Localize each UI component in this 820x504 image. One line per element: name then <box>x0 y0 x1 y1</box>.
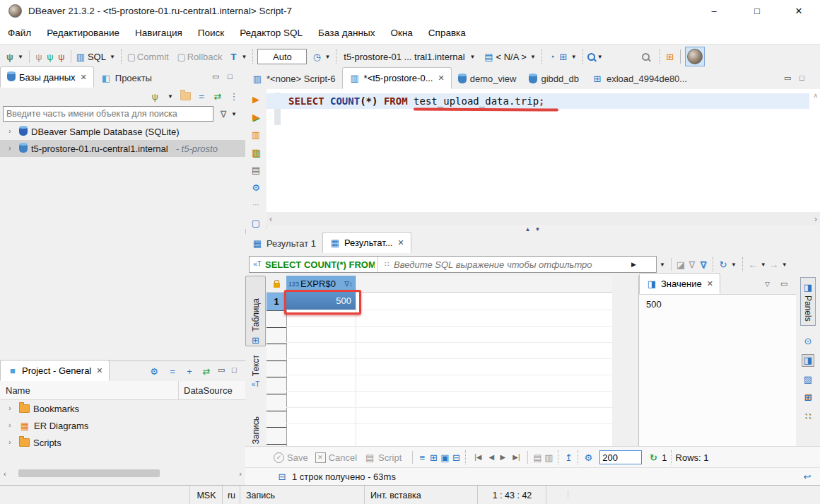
schema-dropdown-icon[interactable]: ▼ <box>530 54 536 60</box>
tree-item-sample-database[interactable]: DBeaver Sample Database (SQLite) <box>0 123 245 140</box>
project-maximize-icon[interactable]: □ <box>232 365 237 374</box>
value-minimize-icon[interactable]: ▭ <box>780 279 787 288</box>
tab-databases[interactable]: Базы данных ✕ <box>0 66 94 88</box>
tab-result-2-active[interactable]: Результат... ✕ <box>322 232 411 253</box>
view-menu-icon[interactable] <box>228 90 240 102</box>
connection-dropdown-icon[interactable]: ▼ <box>470 54 476 60</box>
transaction-log-icon[interactable] <box>228 51 240 62</box>
aggregate-panel-icon[interactable] <box>802 411 814 422</box>
menu-search[interactable]: Поиск <box>190 23 232 43</box>
insert-mode-indicator[interactable]: Инт. вставка <box>364 486 484 504</box>
dbeaver-perspective-button[interactable] <box>685 47 705 66</box>
menu-database[interactable]: База данных <box>310 23 382 43</box>
project-hscrollbar[interactable]: ‹ › <box>0 467 245 479</box>
filter-dropdown-icon[interactable]: ▼ <box>231 111 237 117</box>
sql-code-line[interactable]: SELECT COUNT(*) FROM test_upload_data.tr… <box>288 95 545 107</box>
script-button[interactable]: Script <box>364 452 402 463</box>
tab-gibdd-db[interactable]: gibdd_db <box>522 69 585 89</box>
calc-panel-icon[interactable] <box>802 374 814 385</box>
connection-selector[interactable]: t5-prostore-01 ... tral1.internal <box>344 52 464 62</box>
object-search-input[interactable] <box>3 106 213 122</box>
close-button[interactable]: ✕ <box>783 0 814 21</box>
panels-toggle-button[interactable]: Panels <box>800 277 816 326</box>
expand-filter-icon[interactable] <box>381 259 392 270</box>
results-grid[interactable]: 1 123 EXPR$0 ∇↕ 500 <box>266 276 612 446</box>
tab-script-6[interactable]: *<none> Script-6 <box>245 69 342 89</box>
menu-edit[interactable]: Редактирование <box>39 23 127 43</box>
tab-databases-close-icon[interactable]: ✕ <box>81 73 87 82</box>
row-mode-indicator[interactable]: Запись <box>240 486 370 504</box>
value-menu-icon[interactable]: ▽ <box>765 281 770 288</box>
tab-exload[interactable]: exload_4994de80... <box>585 69 693 89</box>
commit-mode-combo[interactable]: Auto <box>257 49 307 64</box>
next-row-icon[interactable] <box>497 452 508 463</box>
execute-new-tab-icon[interactable] <box>250 111 262 122</box>
project-settings-icon[interactable] <box>148 365 160 377</box>
expander-icon[interactable] <box>4 126 16 137</box>
panel-minimize-icon[interactable]: ▭ <box>212 72 219 81</box>
fetch-size-input[interactable] <box>599 450 642 464</box>
new-connection-icon[interactable] <box>4 51 16 62</box>
tab-close-icon[interactable]: ✕ <box>398 238 404 247</box>
last-row-icon[interactable] <box>508 452 524 463</box>
grouping-panel-icon[interactable] <box>802 336 814 347</box>
project-collapse-icon[interactable] <box>167 365 178 377</box>
scroll-right-icon[interactable]: › <box>239 469 242 478</box>
tree-item-bookmarks[interactable]: Bookmarks <box>0 400 245 417</box>
tab-result-1[interactable]: Результат 1 <box>245 233 322 253</box>
hscroll-left-icon[interactable]: ‹ <box>269 213 272 224</box>
nav-forward-dropdown-icon[interactable]: ▼ <box>782 262 787 268</box>
fetch-all-icon[interactable] <box>543 452 554 463</box>
disconnect-icon[interactable] <box>56 51 67 62</box>
refresh-dropdown-icon[interactable]: ▼ <box>731 262 737 268</box>
apply-filter-icon[interactable]: ▶ <box>631 261 636 268</box>
project-expand-icon[interactable] <box>184 365 195 377</box>
add-row-icon[interactable] <box>428 452 439 463</box>
expander-icon[interactable] <box>4 420 16 431</box>
project-link-icon[interactable] <box>201 365 212 377</box>
maximize-button[interactable]: □ <box>742 0 773 21</box>
tree-item-t5-prostore[interactable]: t5-prostore-01.ru-central1.internal - t5… <box>0 140 245 157</box>
cancel-button[interactable]: ✕ Cancel <box>315 452 357 463</box>
edit-row-icon[interactable] <box>416 452 428 463</box>
dashboard-icon[interactable] <box>546 51 558 62</box>
menu-help[interactable]: Справка <box>421 23 474 43</box>
editor-settings-icon[interactable] <box>250 182 262 193</box>
grid-settings-icon[interactable] <box>582 452 594 463</box>
explain-plan-icon[interactable] <box>250 164 262 175</box>
transaction-dropdown-icon[interactable]: ▼ <box>242 54 247 60</box>
column-sort-filter-icon[interactable]: ∇↕ <box>344 280 353 288</box>
duplicate-row-icon[interactable] <box>439 452 450 463</box>
tree-item-scripts[interactable]: Scripts <box>0 434 245 451</box>
metadata-panel-icon[interactable] <box>802 392 814 404</box>
sql-filter-input[interactable] <box>392 259 628 271</box>
filter-objects-icon[interactable] <box>218 108 229 119</box>
expander-icon[interactable] <box>4 403 16 414</box>
toggle-layout-icon[interactable] <box>802 471 813 483</box>
nav-connection-dropdown-icon[interactable]: ▼ <box>168 93 173 100</box>
value-viewer-panel-icon[interactable] <box>802 354 814 367</box>
save-filter-icon[interactable] <box>698 259 709 270</box>
presentation-tab-grid[interactable]: Таблица <box>245 276 266 346</box>
new-connection-dropdown-icon[interactable]: ▼ <box>18 54 23 60</box>
export-data-icon[interactable] <box>563 452 574 463</box>
tab-projects[interactable]: Проекты <box>94 68 158 88</box>
refresh-results-icon[interactable] <box>718 259 729 270</box>
network-profile-icon[interactable] <box>558 51 569 62</box>
commit-button[interactable]: Commit <box>137 52 169 62</box>
editor-hscrollbar[interactable]: ‹ › <box>266 212 820 225</box>
nav-back-icon[interactable] <box>747 259 758 270</box>
search-dropdown-icon[interactable]: ▼ <box>597 54 603 60</box>
cursor-position-indicator[interactable]: 1 : 43 : 42 <box>477 486 546 504</box>
menu-navigate[interactable]: Навигация <box>127 23 190 43</box>
tab-close-icon[interactable]: ✕ <box>438 74 444 83</box>
scroll-thumb[interactable] <box>18 469 160 477</box>
schema-selector[interactable]: < N/A > <box>496 52 527 62</box>
connect-icon[interactable] <box>33 51 45 62</box>
menu-window[interactable]: Окна <box>382 23 420 43</box>
sql-editor-icon[interactable] <box>75 51 86 62</box>
sash-up-icon[interactable]: ▲ <box>525 226 531 233</box>
nav-forward-icon[interactable] <box>768 259 780 270</box>
tab-script-7-active[interactable]: *<t5-prostore-0... ✕ <box>342 67 452 89</box>
tab-project-close-icon[interactable]: ✕ <box>96 366 102 375</box>
